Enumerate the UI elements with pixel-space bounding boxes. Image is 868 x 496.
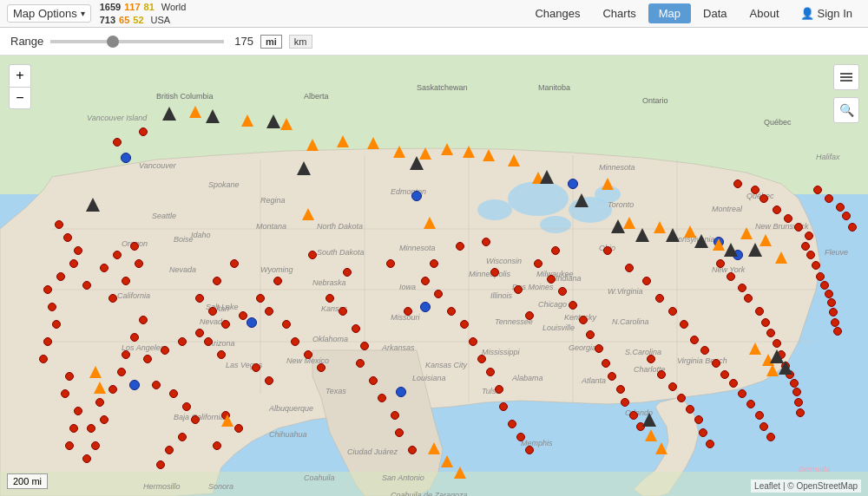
marker-cone[interactable] (713, 238, 725, 251)
marker-cone[interactable] (645, 429, 657, 441)
marker-red[interactable] (43, 337, 52, 346)
marker-red[interactable] (595, 344, 603, 353)
marker-red[interactable] (317, 363, 326, 372)
marker-red[interactable] (796, 408, 805, 417)
marker-red[interactable] (130, 242, 139, 251)
marker-red[interactable] (182, 402, 191, 411)
marker-red[interactable] (65, 441, 74, 450)
marker-red[interactable] (55, 220, 63, 229)
marker-red[interactable] (69, 424, 78, 433)
marker-cone[interactable] (623, 217, 635, 229)
about-nav-button[interactable]: About (740, 3, 790, 23)
marker-red[interactable] (234, 424, 243, 433)
marker-red[interactable] (213, 441, 221, 450)
marker-red[interactable] (256, 294, 265, 303)
marker-red[interactable] (87, 424, 95, 433)
marker-red[interactable] (239, 311, 247, 320)
marker-red[interactable] (569, 301, 577, 310)
marker-cone[interactable] (337, 135, 349, 147)
marker-cone[interactable] (241, 114, 253, 127)
marker-red[interactable] (833, 327, 842, 336)
marker-red[interactable] (766, 329, 775, 337)
marker-red[interactable] (647, 355, 655, 363)
marker-red[interactable] (668, 382, 677, 391)
marker-red[interactable] (820, 281, 829, 290)
marker-red[interactable] (746, 400, 755, 408)
marker-red[interactable] (213, 277, 221, 285)
marker-red[interactable] (161, 346, 169, 355)
marker-red[interactable] (603, 246, 612, 255)
marker-red[interactable] (773, 339, 781, 348)
marker-red[interactable] (712, 359, 720, 368)
marker-red[interactable] (829, 308, 838, 317)
unit-mi-button[interactable]: mi (260, 35, 282, 49)
marker-red[interactable] (352, 324, 360, 333)
marker-red[interactable] (700, 346, 709, 355)
marker-red[interactable] (680, 320, 688, 329)
marker-red[interactable] (812, 261, 820, 270)
marker-red[interactable] (343, 268, 352, 277)
marker-red[interactable] (369, 376, 378, 385)
marker-cone[interactable] (483, 149, 495, 161)
marker-cone-black[interactable] (297, 161, 311, 175)
marker-red[interactable] (63, 233, 72, 242)
marker-cone[interactable] (428, 442, 440, 454)
marker-red[interactable] (56, 272, 65, 281)
marker-red[interactable] (156, 460, 165, 469)
marker-red[interactable] (586, 330, 595, 339)
marker-cone-black[interactable] (162, 107, 176, 121)
marker-cone[interactable] (302, 208, 314, 220)
marker-red[interactable] (469, 337, 477, 346)
marker-blue[interactable] (411, 191, 422, 201)
marker-red[interactable] (534, 259, 542, 268)
marker-red[interactable] (100, 264, 108, 272)
sign-in-button[interactable]: 👤 Sign In (792, 3, 861, 23)
search-map-button[interactable]: 🔍 (833, 97, 859, 123)
marker-red[interactable] (784, 214, 792, 223)
marker-red[interactable] (265, 376, 273, 385)
marker-red[interactable] (195, 329, 204, 337)
marker-red[interactable] (738, 389, 746, 398)
marker-cone-black[interactable] (611, 219, 625, 233)
marker-cone[interactable] (367, 137, 379, 149)
marker-red[interactable] (74, 407, 82, 415)
marker-red[interactable] (65, 372, 74, 381)
marker-blue[interactable] (568, 179, 578, 189)
marker-cone[interactable] (655, 442, 667, 454)
map-container[interactable]: British Columbia Alberta Saskatchewan Ma… (0, 55, 868, 496)
marker-red[interactable] (61, 389, 69, 398)
marker-cone[interactable] (749, 343, 761, 355)
marker-cone-black[interactable] (724, 243, 738, 257)
marker-red[interactable] (139, 316, 148, 324)
marker-red[interactable] (39, 355, 48, 363)
marker-red[interactable] (48, 303, 56, 311)
marker-red[interactable] (339, 307, 347, 316)
marker-red[interactable] (792, 388, 801, 396)
marker-red[interactable] (794, 398, 803, 407)
marker-red[interactable] (308, 251, 317, 259)
marker-red[interactable] (766, 433, 775, 441)
range-slider[interactable] (50, 40, 224, 43)
marker-red[interactable] (460, 320, 469, 329)
marker-red[interactable] (143, 355, 152, 363)
marker-red[interactable] (625, 264, 634, 272)
marker-red[interactable] (616, 385, 625, 394)
charts-nav-button[interactable]: Charts (592, 3, 646, 23)
marker-red[interactable] (117, 368, 126, 376)
marker-blue[interactable] (129, 380, 140, 390)
marker-red[interactable] (842, 212, 851, 220)
marker-red[interactable] (720, 370, 729, 379)
marker-red[interactable] (790, 379, 799, 388)
marker-red[interactable] (91, 441, 100, 450)
marker-red[interactable] (273, 277, 282, 285)
unit-km-button[interactable]: km (289, 35, 312, 49)
marker-red[interactable] (165, 446, 174, 454)
marker-red[interactable] (816, 272, 825, 281)
marker-red[interactable] (122, 350, 130, 359)
marker-red[interactable] (430, 259, 438, 268)
marker-red[interactable] (391, 411, 399, 420)
marker-red[interactable] (514, 285, 523, 294)
marker-red[interactable] (282, 320, 291, 329)
marker-red[interactable] (706, 440, 714, 448)
marker-red[interactable] (525, 446, 534, 454)
